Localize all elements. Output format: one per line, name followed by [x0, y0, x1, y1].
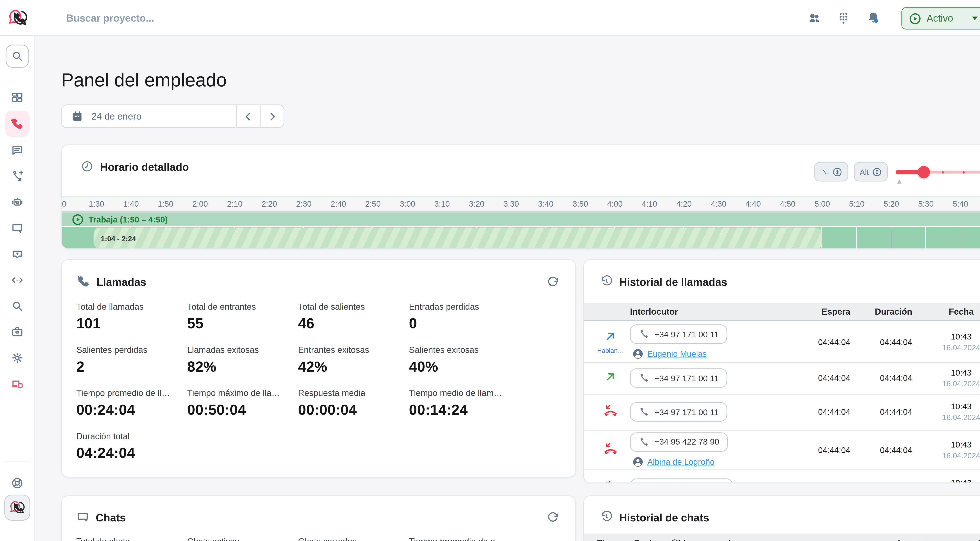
phone-icon	[639, 483, 649, 483]
clock-icon	[81, 160, 94, 173]
chats-card: Chats Total de chatsChats activosChats c…	[61, 495, 576, 541]
sidebar-item-logo[interactable]	[4, 495, 30, 520]
phone-number: +34 95 422 78 90	[654, 438, 719, 446]
call-time: 10:43	[921, 368, 980, 377]
axis-tick: 3:50	[573, 199, 588, 208]
sidebar-item-robot[interactable]	[5, 191, 29, 214]
phone-number-chip[interactable]: ++34 95 422 78 90	[630, 479, 733, 483]
axis-tick: 1:50	[158, 199, 173, 208]
stat-value: 55	[187, 315, 298, 332]
contact-link[interactable]: Albina de Logroño	[647, 457, 714, 466]
column-header-contacto: Contacto	[896, 539, 933, 541]
sidebar-item-phone-add[interactable]	[5, 165, 29, 188]
stat-label: Salientes exitosas	[409, 345, 515, 355]
espera-value: 04:44:04	[792, 446, 850, 454]
phone-number-chip[interactable]: +34 97 171 00 11	[630, 402, 727, 422]
call-direction	[594, 441, 627, 458]
axis-tick: 2:20	[262, 199, 277, 208]
phone-icon	[639, 372, 649, 383]
scroll-arrows-icon	[832, 167, 842, 177]
search-icon	[10, 49, 23, 62]
date-prev-button[interactable]	[236, 105, 260, 127]
sidebar-item-lifebuoy[interactable]	[5, 472, 29, 495]
duracion-value: 04:44:04	[858, 338, 912, 346]
schedule-card-title: Horario detallado	[81, 160, 189, 173]
chat-stat: Total de chats	[76, 536, 187, 541]
column-header-fecha: Fecha	[921, 307, 980, 317]
devices-icon	[10, 377, 23, 390]
call-history-row[interactable]: +34 97 171 00 1104:44:0404:44:0410:4316.…	[584, 394, 980, 430]
call-history-row[interactable]: Hablan…+34 97 171 00 11Eugenio Muelas04:…	[584, 322, 980, 363]
chat-history-header: TipoFechaÚltimo mensajeContactoOrigen	[584, 533, 980, 541]
schedule-title-text: Horario detallado	[100, 160, 189, 172]
sidebar-item-chat-bubble[interactable]	[5, 217, 29, 240]
option-key-label: ⌥	[820, 167, 829, 177]
call-direction	[594, 370, 627, 386]
badge-icon	[10, 248, 23, 261]
sidebar-item-phone-active[interactable]	[5, 111, 29, 137]
sidebar-item-devices[interactable]	[5, 372, 29, 395]
logo-icon	[8, 499, 25, 516]
stat-value: 101	[76, 315, 187, 332]
call-history-row[interactable]: +34 97 171 00 1104:44:0404:44:0410:4316.…	[584, 363, 980, 395]
call-history-row[interactable]: ++34 95 422 78 9004:44:0404:44:0410:4316…	[584, 470, 980, 483]
top-bar: Activo OP Oscar Prudencio CA	[0, 0, 980, 36]
chat-stat: Chats activos	[187, 536, 298, 541]
status-caret-icon	[972, 16, 978, 20]
call-stat: Total de llamadas101	[76, 302, 187, 332]
sidebar-item-code[interactable]	[5, 269, 29, 292]
chats-refresh-icon[interactable]	[547, 511, 559, 523]
missed-call-icon	[603, 480, 617, 483]
phone-icon	[76, 275, 90, 289]
contacts-icon[interactable]	[807, 10, 822, 26]
phone-number-chip[interactable]: +34 95 422 78 90	[630, 432, 728, 452]
contact-link[interactable]: Eugenio Muelas	[647, 350, 706, 358]
date-next-button[interactable]	[260, 105, 283, 127]
axis-tick: 5:40	[953, 199, 968, 208]
column-header-espera: Espera	[792, 307, 850, 317]
status-play-icon	[908, 12, 921, 25]
sidebar-item-briefcase[interactable]	[5, 320, 29, 344]
date-picker-value[interactable]: 24 de enero	[62, 110, 236, 122]
phone-number: +34 97 171 00 11	[654, 374, 719, 382]
sidebar-item-search[interactable]	[5, 294, 29, 318]
missed-call-icon	[603, 403, 617, 417]
calls-refresh-icon[interactable]	[547, 276, 559, 288]
date-label: 24 de enero	[92, 111, 142, 122]
timeline-zoom-slider[interactable]	[896, 171, 980, 173]
sidebar-item-gear[interactable]	[5, 346, 29, 369]
column-header-duración: Duración	[858, 307, 912, 317]
call-history-row[interactable]: +34 95 422 78 90Albina de Logroño04:44:0…	[584, 430, 980, 470]
search-input[interactable]	[65, 11, 367, 24]
call-stat: Salientes perdidas2	[76, 345, 187, 375]
slider-thumb[interactable]	[918, 166, 930, 178]
call-stat: Tiempo máximo de lla…00:50:04	[187, 388, 298, 418]
axis-tick: 3:00	[400, 199, 415, 208]
calls-stats: Total de llamadas101Total de entrantes55…	[76, 302, 520, 461]
missed-call-icon	[603, 441, 617, 455]
sidebar-item-message[interactable]	[5, 139, 29, 162]
stat-value: 00:24:04	[76, 402, 187, 418]
axis-tick: 2:30	[296, 199, 312, 208]
sidebar	[0, 36, 35, 541]
dialpad-icon[interactable]	[835, 10, 851, 26]
status-dropdown[interactable]: Activo	[901, 7, 980, 30]
sidebar-item-search[interactable]	[5, 45, 29, 68]
sidebar-item-badge[interactable]	[5, 243, 29, 266]
calls-title-text: Llamadas	[96, 276, 146, 288]
phone-number-chip[interactable]: +34 97 171 00 11	[630, 325, 727, 344]
phone-number: +34 97 171 00 11	[654, 330, 719, 338]
call-time: 10:43	[921, 402, 980, 411]
work-interval-block[interactable]: 1:04 - 2:24	[94, 228, 822, 249]
interlocutor-cell: +34 97 171 00 11	[630, 402, 727, 422]
sidebar-item-dashboard[interactable]	[5, 86, 29, 110]
axis-tick: 4:50	[780, 199, 795, 208]
notifications-bell-icon[interactable]	[865, 10, 881, 26]
history-icon	[600, 275, 613, 288]
stat-value: 00:14:24	[409, 402, 520, 418]
phone-number-chip[interactable]: +34 97 171 00 11	[630, 368, 727, 388]
chats-stats: Total de chatsChats activosChats cerrado…	[76, 536, 520, 541]
column-header-fecha: Fecha	[634, 539, 659, 541]
work-schedule-band: Trabaja (1:50 – 4:50)	[62, 212, 980, 226]
call-stat: Total de salientes46	[298, 302, 409, 332]
